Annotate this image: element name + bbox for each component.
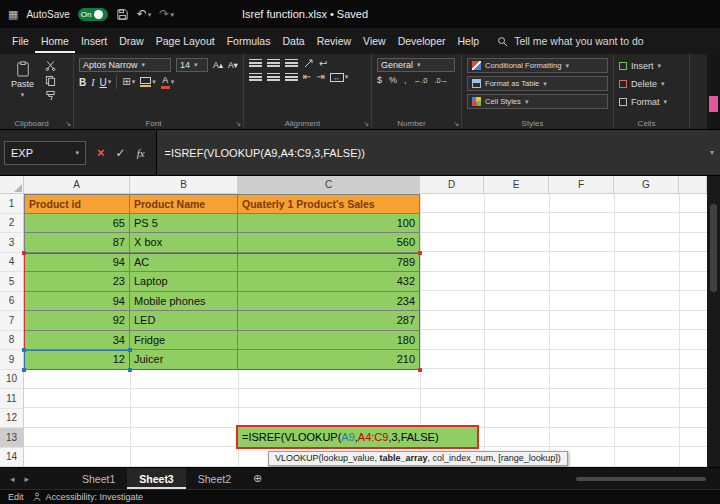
cell-B1[interactable]: Product Name (130, 194, 238, 214)
row-header-2[interactable]: 2 (0, 214, 24, 234)
copy-icon[interactable] (45, 75, 56, 86)
cell-B7[interactable]: LED (130, 311, 238, 331)
format-painter-icon[interactable] (45, 90, 56, 101)
shrink-font-icon[interactable]: A▾ (228, 60, 238, 70)
row-header-4[interactable]: 4 (0, 253, 24, 273)
horizontal-scrollbar-thumb[interactable] (576, 477, 706, 481)
clipboard-dialog-launcher-icon[interactable]: ↘ (65, 120, 71, 128)
cell-B2[interactable]: PS 5 (130, 214, 238, 234)
conditional-formatting-button[interactable]: Conditional Formatting ▾ (467, 58, 608, 73)
col-header-A[interactable]: A (24, 176, 130, 194)
sheet-nav-right-icon[interactable]: ▸ (25, 474, 30, 484)
cell-B6[interactable]: Mobile phones (130, 292, 238, 312)
tab-draw[interactable]: Draw (113, 30, 150, 53)
row-header-10[interactable]: 10 (0, 370, 24, 390)
percent-style-icon[interactable]: % (389, 75, 397, 85)
cell-A6[interactable]: 94 (24, 292, 130, 312)
increase-decimal-icon[interactable]: ←.0 (414, 76, 428, 85)
borders-button[interactable]: ⊞▾ (122, 77, 135, 87)
number-format-caret-icon[interactable]: ▾ (417, 61, 421, 69)
wrap-text-icon[interactable]: ↩ (319, 59, 327, 69)
cell-C5[interactable]: 432 (238, 272, 420, 292)
cell-C6[interactable]: 234 (238, 292, 420, 312)
align-left-icon[interactable] (249, 73, 262, 82)
insert-button[interactable]: Insert ▾ (619, 58, 684, 73)
vertical-scrollbar[interactable] (707, 176, 720, 467)
orientation-icon[interactable] (303, 58, 314, 69)
font-color-button[interactable]: A▾ (161, 75, 175, 89)
formula-bar[interactable]: =ISREF(VLOOKUP(A9,A4:C9,3,FALSE)) ▾ (156, 130, 720, 175)
merge-center-button[interactable]: ↔▾ (330, 73, 349, 82)
tab-home[interactable]: Home (35, 30, 75, 53)
font-size-caret-icon[interactable]: ▾ (194, 61, 198, 69)
cell-B5[interactable]: Laptop (130, 272, 238, 292)
align-middle-icon[interactable] (267, 59, 280, 68)
col-header-F[interactable]: F (549, 176, 614, 194)
row-header-9[interactable]: 9 (0, 350, 24, 370)
align-bottom-icon[interactable] (285, 59, 298, 68)
grow-font-icon[interactable]: A▴ (213, 60, 223, 70)
tab-data[interactable]: Data (276, 30, 310, 53)
align-right-icon[interactable] (285, 73, 298, 82)
paste-button[interactable]: Paste ▾ (5, 59, 40, 101)
cell-A2[interactable]: 65 (24, 214, 130, 234)
bold-button[interactable]: B (79, 77, 86, 88)
row-header-11[interactable]: 11 (0, 389, 24, 409)
tab-help[interactable]: Help (452, 30, 486, 53)
sheet-tab-sheet2[interactable]: Sheet2 (186, 468, 243, 489)
name-box-caret-icon[interactable]: ▾ (75, 149, 79, 157)
cell-A7[interactable]: 92 (24, 311, 130, 331)
number-dialog-launcher-icon[interactable]: ↘ (453, 120, 459, 128)
editing-cell-C13[interactable]: =ISREF(VLOOKUP(A9,A4:C9,3,FALSE) (236, 425, 479, 449)
cell-A1[interactable]: Product id (24, 194, 130, 214)
paste-caret-icon[interactable]: ▾ (21, 91, 25, 99)
undo-caret-icon[interactable]: ▾ (148, 11, 152, 18)
undo-button[interactable]: ↶ ▾ (137, 8, 152, 20)
cell-C2[interactable]: 100 (238, 214, 420, 234)
cell-B3[interactable]: X box (130, 233, 238, 253)
row-header-14[interactable]: 14 (0, 448, 24, 468)
tab-insert[interactable]: Insert (75, 30, 113, 53)
align-top-icon[interactable] (249, 59, 262, 68)
comma-style-icon[interactable]: , (404, 75, 407, 85)
col-header-G[interactable]: G (614, 176, 679, 194)
row-header-5[interactable]: 5 (0, 272, 24, 292)
cell-styles-button[interactable]: Cell Styles ▾ (467, 94, 608, 109)
font-name-combo[interactable]: Aptos Narrow ▾ (79, 58, 171, 72)
cell-C1[interactable]: Quaterly 1 Product's Sales (238, 194, 420, 214)
font-color-caret-icon[interactable]: ▾ (171, 78, 175, 86)
insert-function-icon[interactable]: fx (137, 147, 145, 159)
vertical-scrollbar-thumb[interactable] (710, 204, 717, 292)
app-launcher-icon[interactable]: ▦ (8, 8, 18, 21)
cell-C3[interactable]: 560 (238, 233, 420, 253)
cell-A5[interactable]: 23 (24, 272, 130, 292)
fill-color-button[interactable]: ▾ (140, 77, 156, 88)
formula-bar-expand-icon[interactable]: ▾ (710, 148, 714, 157)
underline-caret-icon[interactable]: ▾ (108, 78, 112, 86)
col-header-C[interactable]: C (238, 176, 420, 194)
cell-A4[interactable]: 94 (24, 253, 130, 273)
row-header-8[interactable]: 8 (0, 331, 24, 351)
accessibility-status[interactable]: Accessibility: Investigate (32, 492, 144, 502)
sheet-tab-sheet1[interactable]: Sheet1 (70, 468, 127, 489)
decrease-decimal-icon[interactable]: .0→ (434, 76, 448, 85)
row-header-12[interactable]: 12 (0, 409, 24, 429)
row-header-13[interactable]: 13 (0, 428, 24, 448)
format-as-table-button[interactable]: Format as Table ▾ (467, 76, 608, 91)
font-size-combo[interactable]: 14 ▾ (176, 58, 208, 72)
sheet-tab-sheet3[interactable]: Sheet3 (127, 468, 185, 489)
name-box[interactable]: EXP ▾ (4, 141, 86, 165)
underline-button[interactable]: U▾ (100, 77, 112, 88)
cell-C7[interactable]: 287 (238, 311, 420, 331)
sheet-nav-left-icon[interactable]: ◂ (10, 474, 15, 484)
row-header-6[interactable]: 6 (0, 292, 24, 312)
col-header-partial[interactable] (679, 176, 707, 194)
number-format-combo[interactable]: General ▾ (377, 58, 455, 72)
cell-A8[interactable]: 34 (24, 331, 130, 351)
row-header-7[interactable]: 7 (0, 311, 24, 331)
tab-file[interactable]: File (6, 30, 35, 53)
format-button[interactable]: Format ▾ (619, 94, 684, 109)
add-sheet-icon[interactable]: ⊕ (253, 472, 262, 485)
tab-developer[interactable]: Developer (392, 30, 452, 53)
row-header-3[interactable]: 3 (0, 233, 24, 253)
